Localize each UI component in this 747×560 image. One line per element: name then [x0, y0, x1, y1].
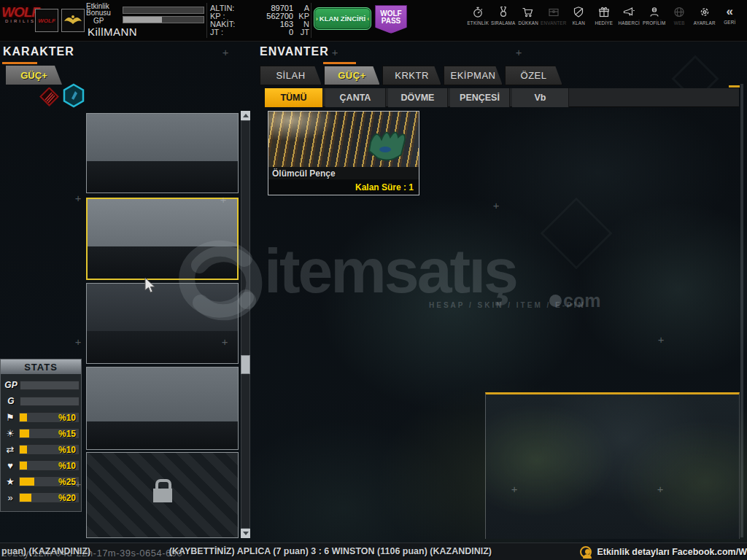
- stat-row-5: ★ %25: [2, 475, 80, 488]
- inventory-slot-1[interactable]: [86, 113, 239, 193]
- currency-nakit: NAKİT: 163 N: [210, 20, 309, 28]
- tab-guc[interactable]: GÜÇ+: [324, 66, 380, 85]
- stat-bar: [20, 397, 80, 406]
- down-arrow-icon: [243, 532, 249, 535]
- tab-ozel[interactable]: ÖZEL: [505, 66, 562, 85]
- preview-panel: [485, 392, 740, 539]
- item-name: Ölümcül Pençe: [268, 167, 419, 179]
- inventory-box-icon: [547, 6, 560, 18]
- nav-profilim[interactable]: PROFİLİM: [642, 6, 667, 38]
- stat-bar: %10: [18, 412, 80, 423]
- rank-emblem[interactable]: [61, 9, 85, 32]
- subtab-pencesi[interactable]: PENÇESİ: [450, 88, 510, 107]
- wolfteam-client: WOLF DIRILIS WOLF Etkinlik Bonusu GP Kil…: [0, 0, 747, 560]
- nav-haberci[interactable]: HABERCİ: [616, 6, 642, 38]
- divider: [206, 3, 207, 38]
- gp-label: GP: [93, 18, 104, 24]
- plus-decoration: [220, 338, 229, 346]
- plus-decoration: [219, 195, 228, 204]
- teal-hexagon-icon: [62, 83, 85, 108]
- bottom-ticker-bar: puan) (KAZANDINIZ) (KAYBETTİNİZ) APLICA …: [0, 542, 747, 560]
- scroll-down-button[interactable]: [241, 529, 250, 538]
- wolf-pass-button[interactable]: WOLF PASS: [375, 5, 407, 34]
- nav-klan[interactable]: KLAN: [566, 6, 592, 38]
- double-chevron-icon: »: [2, 492, 18, 503]
- nav-label: ETKİNLİK: [467, 20, 489, 26]
- karakter-title: KARAKTER: [3, 45, 74, 58]
- person-icon: [648, 6, 661, 18]
- panel-right-edge: [740, 84, 743, 537]
- tab-ekipman[interactable]: EKİPMAN: [444, 66, 503, 85]
- stat-bar: %15: [18, 428, 80, 439]
- inventory-slot-2-selected[interactable]: [86, 198, 239, 280]
- stat-bar: %10: [18, 460, 80, 471]
- event-note-text: Etkinlik detayları Facebook.com/W: [597, 547, 747, 557]
- stat-value: %20: [58, 493, 76, 503]
- gift-icon: [597, 6, 611, 18]
- nav-web[interactable]: WEB: [667, 6, 692, 38]
- subtab-tumu[interactable]: TÜMÜ: [265, 88, 323, 107]
- subtab-canta[interactable]: ÇANTA: [325, 88, 386, 107]
- claw-glove-icon: [268, 112, 419, 167]
- nav-label: DÜKKAN: [519, 20, 538, 26]
- scroll-up-button[interactable]: [241, 111, 250, 120]
- clan-emblem[interactable]: WOLF: [35, 9, 58, 32]
- stat-fill: [20, 494, 31, 502]
- red-claw-icon: [38, 88, 60, 108]
- nav-envanter[interactable]: ENVANTER: [541, 6, 567, 38]
- stat-row-2: ☀ %15: [2, 427, 80, 440]
- stat-row-gp: GP: [2, 378, 80, 392]
- nav-etkinlik[interactable]: ETKİNLİK: [465, 6, 491, 38]
- subtab-right-accent: [729, 85, 740, 88]
- scrollbar-thumb[interactable]: [241, 355, 250, 374]
- nav-dukkan[interactable]: DÜKKAN: [516, 6, 541, 38]
- tab-silah[interactable]: SİLAH: [260, 66, 322, 85]
- klan-zinciri-button[interactable]: › KLAN ZİNCİRİ ‹: [314, 7, 371, 30]
- claw-mark-button[interactable]: [38, 88, 60, 111]
- event-note[interactable]: Etkinlik detayları Facebook.com/W: [574, 546, 747, 558]
- slot-footer: [87, 161, 238, 192]
- plus-decoration: [656, 485, 665, 494]
- globe-icon: [673, 6, 686, 18]
- inventory-slot-4[interactable]: [86, 367, 239, 450]
- stat-bar: [20, 381, 80, 390]
- subtab-vb[interactable]: Vb: [512, 88, 569, 107]
- inventory-slot-3[interactable]: [86, 283, 239, 364]
- item-artwork: [268, 112, 419, 167]
- plus-decoration: [492, 201, 500, 210]
- stat-fill: [20, 462, 27, 470]
- slot-scrollbar-track[interactable]: [241, 120, 250, 529]
- slot-footer: [88, 246, 237, 279]
- nav-siralama[interactable]: SIRALAMA: [491, 6, 516, 38]
- jt-unit: JT: [293, 28, 309, 36]
- timestamp-overlay: 2025y-12m-04d-22h-17m-39s-0654-690: [1, 548, 182, 559]
- heart-plus-icon: ♥: [2, 460, 18, 471]
- divider: [311, 3, 311, 38]
- stopwatch-icon: [471, 6, 484, 18]
- nav-label: KLAN: [573, 20, 585, 26]
- logo-subtext: DIRILIS: [1, 19, 39, 23]
- flag-icon: ⚑: [2, 412, 18, 423]
- klan-zinciri-label: KLAN ZİNCİRİ: [320, 15, 365, 23]
- top-nav: ETKİNLİK SIRALAMA DÜKKAN: [465, 6, 743, 38]
- character-mode-button[interactable]: [62, 83, 85, 111]
- item-card-olumcul-pence[interactable]: Ölümcül Pençe Kalan Süre : 1: [268, 111, 419, 195]
- slot-footer: [87, 331, 238, 363]
- inventory-slot-locked[interactable]: [86, 452, 239, 538]
- nav-geri[interactable]: « GERİ: [717, 6, 743, 38]
- karakter-guc-tab[interactable]: GÜÇ+: [6, 66, 62, 85]
- back-chevrons-icon: «: [727, 6, 733, 18]
- player-name: KillMANN: [88, 26, 137, 38]
- slot-art: [87, 284, 238, 331]
- nav-label: HEDİYE: [595, 20, 613, 26]
- tab-krktr[interactable]: KRKTR: [382, 66, 441, 85]
- nav-ayarlar[interactable]: AYARLAR: [692, 6, 718, 38]
- stat-fill: [20, 429, 29, 438]
- nav-hediye[interactable]: HEDİYE: [592, 6, 617, 38]
- stats-header: STATS: [1, 359, 81, 374]
- lock-icon: [153, 489, 172, 502]
- cart-icon: [522, 6, 535, 18]
- subtab-dovme[interactable]: DÖVME: [388, 88, 448, 107]
- wolf-dirilis-logo: WOLF DIRILIS: [1, 4, 39, 38]
- envanter-underline: [323, 62, 356, 64]
